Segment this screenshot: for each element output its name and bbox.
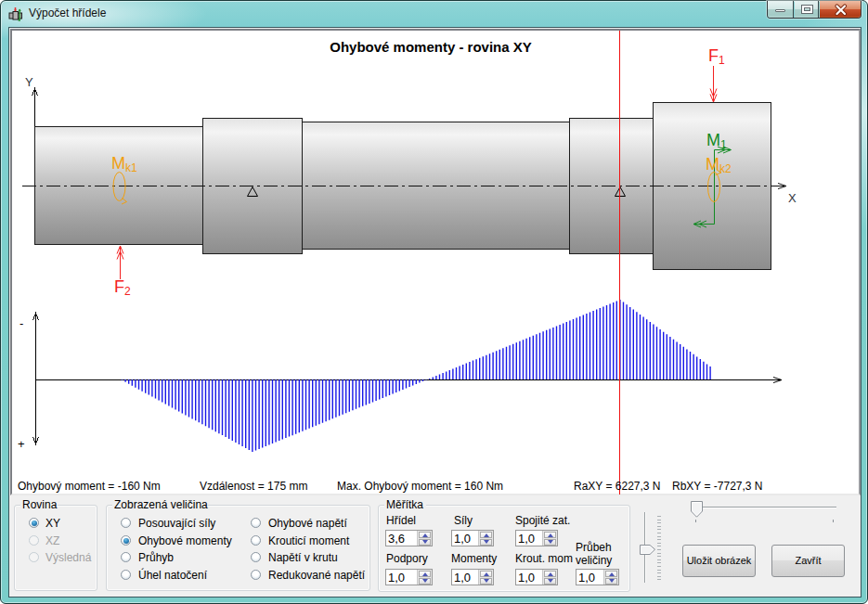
svg-text:RaXY = 6227,3 N: RaXY = 6227,3 N: [574, 480, 661, 493]
svg-text:RbXY = -7727,3 N: RbXY = -7727,3 N: [672, 480, 763, 493]
svg-text:Y: Y: [25, 75, 33, 89]
svg-text:X: X: [788, 191, 797, 205]
svg-text:-: -: [19, 316, 23, 330]
svg-text:Max. Ohybový moment = 160 Nm: Max. Ohybový moment = 160 Nm: [337, 480, 503, 493]
svg-text:+: +: [18, 437, 25, 451]
svg-text:Vzdálenost = 175 mm: Vzdálenost = 175 mm: [200, 480, 307, 493]
svg-text:F1: F1: [708, 46, 725, 67]
svg-text:F2: F2: [114, 277, 131, 298]
svg-text:Ohybový moment = -160 Nm: Ohybový moment = -160 Nm: [18, 480, 161, 493]
svg-text:Ohybové momenty - rovina XY: Ohybové momenty - rovina XY: [330, 39, 532, 55]
